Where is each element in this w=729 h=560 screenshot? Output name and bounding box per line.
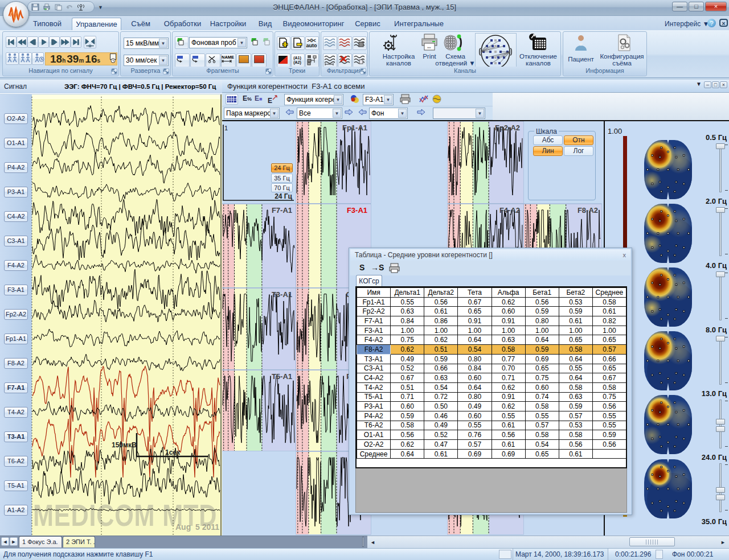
svg-text:T5-A1: T5-A1 — [272, 372, 292, 381]
svg-text:F7-A1: F7-A1 — [272, 206, 292, 215]
svg-text:(A2): (A2) — [293, 60, 301, 65]
svg-text:Fp1-A1: Fp1-A1 — [342, 123, 367, 132]
svg-text:(A1): (A1) — [293, 56, 301, 60]
svg-text:F3-A1: F3-A1 — [347, 206, 367, 215]
svg-text:Fp2-A2: Fp2-A2 — [495, 123, 520, 132]
svg-text:»»: »» — [427, 46, 431, 49]
svg-text:1сек: 1сек — [165, 448, 181, 456]
svg-text:auto: auto — [306, 43, 318, 48]
svg-text:T3-A1: T3-A1 — [272, 290, 292, 299]
svg-text:1: 1 — [224, 125, 228, 131]
svg-text:F8-A2: F8-A2 — [578, 206, 598, 215]
svg-text:F4-A2: F4-A2 — [499, 206, 520, 215]
svg-text:24 Гц: 24 Гц — [275, 192, 292, 200]
svg-text:150мкВ: 150мкВ — [112, 441, 137, 449]
